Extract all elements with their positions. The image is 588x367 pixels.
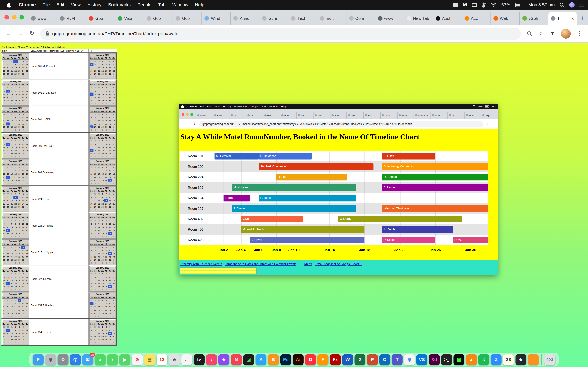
calendar-day[interactable]: 2 <box>104 272 108 275</box>
calendar-day[interactable]: 8 <box>25 182 29 185</box>
calendar-day[interactable]: 29 <box>14 285 17 288</box>
timeline-bar[interactable]: L. Giffin <box>382 153 435 159</box>
menubar-clock[interactable]: Mon 8:57 pm <box>528 2 555 8</box>
calendar-day[interactable]: 4 <box>10 102 14 105</box>
calendar-day[interactable]: 30 <box>17 179 21 182</box>
calendar-day[interactable]: 5 <box>90 329 93 332</box>
to-date-calendar[interactable]: January 2020SuMoTuWeThFrSa29303112345678… <box>89 53 116 79</box>
calendar-day[interactable]: 31 <box>21 338 25 341</box>
calendar-day[interactable]: 8 <box>112 208 116 211</box>
calendar-day[interactable]: 8 <box>101 90 104 92</box>
calendar-day[interactable]: 16 <box>17 172 21 175</box>
calendar-day[interactable]: 6 <box>93 90 97 92</box>
menu-item-tab[interactable]: Tab <box>155 2 169 8</box>
calendar-day[interactable]: 31 <box>108 258 112 261</box>
calendar-day[interactable]: 22 <box>14 175 17 179</box>
browser-tab-goo[interactable]: Goo <box>144 12 173 25</box>
calendar-day[interactable]: 30 <box>6 60 10 63</box>
calendar-day[interactable]: 30 <box>6 272 10 275</box>
calendar-day[interactable]: 1 <box>112 179 116 182</box>
calendar-day[interactable]: 5 <box>101 208 104 211</box>
calendar-day[interactable]: 7 <box>10 63 14 66</box>
calendar-day[interactable]: 9 <box>17 302 21 305</box>
calendar-day[interactable]: 4 <box>97 182 101 185</box>
calendar-day[interactable]: 1 <box>25 285 29 288</box>
calendar-day[interactable]: 4 <box>25 325 29 329</box>
calendar-day[interactable]: 4 <box>112 272 116 275</box>
calendar-day[interactable]: 10 <box>108 196 112 199</box>
calendar-day[interactable]: 7 <box>108 235 112 238</box>
calendar-day[interactable]: 25 <box>112 309 116 312</box>
to-date-calendar[interactable]: January 2020SuMoTuWeThFrSa29303112345678… <box>89 106 116 132</box>
calendar-day[interactable]: 23 <box>104 149 108 152</box>
calendar-day[interactable]: 11 <box>25 329 29 332</box>
tab-close-icon[interactable]: × <box>571 16 574 21</box>
calendar-day[interactable]: 21 <box>10 175 14 179</box>
calendar-day[interactable]: 12 <box>90 199 93 202</box>
calendar-day[interactable]: 7 <box>108 75 112 78</box>
calendar-day[interactable]: 22 <box>101 255 104 258</box>
calendar-day[interactable]: 2 <box>17 113 21 116</box>
calendar-day[interactable]: 29 <box>14 152 17 155</box>
calendar-day[interactable]: 30 <box>104 205 108 208</box>
dock-powerpoint-icon[interactable]: P <box>367 354 378 365</box>
calendar-day[interactable]: 13 <box>93 146 97 149</box>
calendar-day[interactable]: 5 <box>2 63 6 66</box>
calendar-day[interactable]: 7 <box>108 315 112 318</box>
calendar-day[interactable]: 10 <box>21 275 25 278</box>
calendar-day[interactable]: 17 <box>21 252 25 255</box>
calendar-day[interactable]: 8 <box>101 142 104 146</box>
calendar-day[interactable]: 10 <box>21 329 25 332</box>
calendar-day[interactable]: 24 <box>108 96 112 99</box>
calendar-day[interactable]: 10 <box>108 116 112 119</box>
calendar-day[interactable]: 5 <box>90 302 93 305</box>
calendar-day[interactable]: 13 <box>93 225 97 229</box>
calendar-day[interactable]: 17 <box>21 225 25 229</box>
calendar-day[interactable]: 7 <box>21 315 25 318</box>
calendar-day[interactable]: 4 <box>112 299 116 302</box>
calendar-day[interactable]: 11 <box>112 222 116 225</box>
calendar-day[interactable]: 14 <box>97 172 101 175</box>
calendar-day[interactable]: 8 <box>25 102 29 105</box>
calendar-day[interactable]: 18 <box>25 305 29 308</box>
calendar-day[interactable]: 7 <box>10 142 14 146</box>
to-date-calendar[interactable]: January 2020SuMoTuWeThFrSa29303112345678… <box>89 133 116 159</box>
calendar-day[interactable]: 26 <box>90 232 93 235</box>
calendar-day[interactable]: 8 <box>112 129 116 132</box>
calendar-day[interactable]: 19 <box>2 122 6 125</box>
calendar-day[interactable]: 25 <box>112 282 116 285</box>
calendar-day[interactable]: 9 <box>17 169 21 172</box>
calendar-day[interactable]: 13 <box>6 279 10 282</box>
profile-avatar[interactable] <box>561 29 571 39</box>
calendar-day[interactable]: 3 <box>21 272 25 275</box>
calendar-day[interactable]: 8 <box>14 169 17 172</box>
calendar-day[interactable]: 23 <box>17 335 21 338</box>
calendar-day[interactable]: 12 <box>2 332 6 335</box>
calendar-day[interactable]: 20 <box>93 309 97 312</box>
calendar-day[interactable]: 25 <box>25 335 29 338</box>
calendar-day[interactable]: 1 <box>101 246 104 249</box>
calendar-day[interactable]: 30 <box>93 113 97 116</box>
calendar-day[interactable]: 20 <box>6 309 10 312</box>
calendar-day[interactable]: 27 <box>6 205 10 208</box>
calendar-day[interactable]: 17 <box>108 92 112 96</box>
calendar-day[interactable]: 9 <box>17 329 21 332</box>
calendar-day[interactable]: 1 <box>25 179 29 182</box>
calendar-day[interactable]: 8 <box>25 155 29 158</box>
calendar-day[interactable]: 9 <box>104 249 108 252</box>
calendar-day[interactable]: 2 <box>90 208 93 211</box>
calendar-day[interactable]: 5 <box>101 235 104 238</box>
calendar-day[interactable]: 6 <box>6 302 10 305</box>
calendar-day[interactable]: 17 <box>108 252 112 255</box>
calendar-day[interactable]: 13 <box>93 172 97 175</box>
calendar-day[interactable]: 23 <box>17 149 21 152</box>
calendar-day[interactable]: 7 <box>21 129 25 132</box>
menu-item-history[interactable]: History <box>222 105 233 108</box>
calendar-day[interactable]: 6 <box>93 63 97 66</box>
booking-input[interactable]: Room 101,S. Davidson <box>30 79 89 106</box>
calendar-day[interactable]: 26 <box>90 205 93 208</box>
calendar-day[interactable]: 30 <box>104 152 108 155</box>
calendar-day[interactable]: 14 <box>10 172 14 175</box>
calendar-day[interactable]: 16 <box>17 225 21 229</box>
calendar-day[interactable]: 4 <box>25 272 29 275</box>
